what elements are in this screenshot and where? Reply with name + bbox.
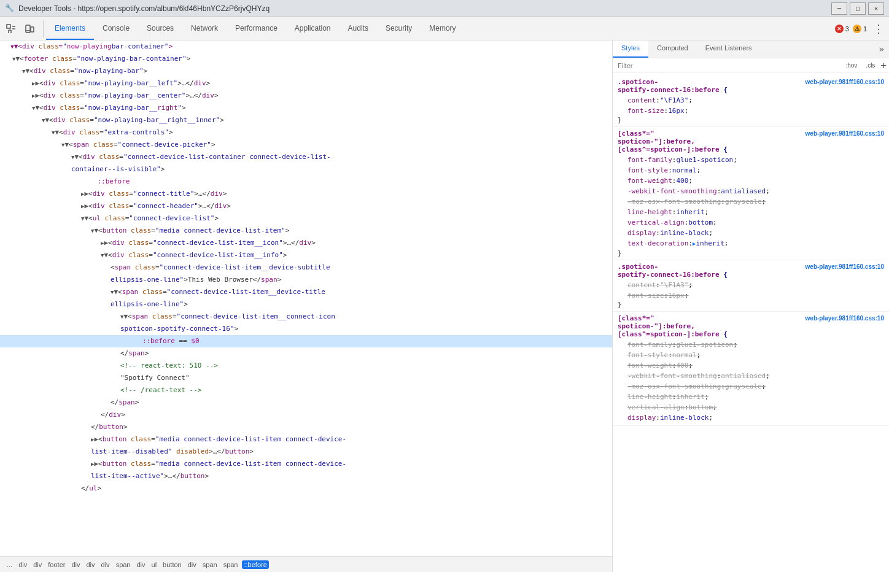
breadcrumb-item-div1[interactable]: div	[17, 560, 29, 569]
style-prop-strikethrough: font-style: normal;	[618, 350, 884, 360]
warning-number: 1	[863, 25, 867, 33]
svg-rect-6	[26, 25, 30, 33]
breadcrumb-item-div2[interactable]: div	[31, 560, 44, 569]
toolbar-left-icons	[2, 20, 44, 37]
breadcrumb-item-div5[interactable]: div	[99, 560, 112, 569]
dom-line: ▼<span class="connect-device-picker">	[0, 139, 612, 151]
device-toggle-button[interactable]	[21, 20, 38, 37]
error-count: ✕	[835, 25, 844, 33]
breadcrumb-item-footer[interactable]: footer	[46, 560, 67, 569]
style-prop-strikethrough: content: "\F1A3";	[618, 280, 884, 290]
breadcrumb-item-button[interactable]: button	[161, 560, 184, 569]
tab-security[interactable]: Security	[377, 17, 421, 40]
style-prop: font-weight: 400;	[618, 176, 884, 186]
warning-badge[interactable]: ⚠ 1	[853, 25, 867, 33]
dom-line: ▼<div class="now-playingbar-container">	[0, 41, 612, 53]
dom-line: ▼<span class="connect-device-list-item__…	[0, 286, 612, 298]
styles-panel: Styles Computed Event Listeners » :hov .…	[613, 41, 889, 572]
dom-line: ▶<div class="connect-device-list-item__i…	[0, 237, 612, 249]
style-selector-4: [class*="spoticon-"]:before,[class^=spot…	[618, 314, 884, 338]
breadcrumb-item[interactable]: ...	[5, 560, 14, 569]
style-prop-strikethrough: font-weight: 400;	[618, 360, 884, 371]
tab-elements[interactable]: Elements	[46, 17, 94, 40]
tab-application[interactable]: Application	[286, 17, 340, 40]
style-prop: text-decoration: ▶ inherit;	[618, 238, 884, 249]
style-rule-1: .spoticon-spotify-connect-16:before { we…	[613, 75, 889, 127]
filter-cls-button[interactable]: .cls	[863, 61, 878, 70]
dom-line: ▼<div class="now-playing-bar__right__inn…	[0, 114, 612, 126]
breadcrumb-item-before[interactable]: ::before	[242, 560, 268, 569]
dom-line: <!-- /react-text -->	[0, 384, 612, 397]
breadcrumb-item-ul[interactable]: ul	[150, 560, 159, 569]
tab-network[interactable]: Network	[182, 17, 227, 40]
inspect-element-button[interactable]	[2, 20, 20, 37]
style-prop-strikethrough: font-family: glue1-spoticon;	[618, 339, 884, 350]
titlebar-title: Developer Tools - https://open.spotify.c…	[18, 4, 831, 13]
filter-input[interactable]	[615, 61, 840, 71]
breadcrumb-item-div7[interactable]: div	[186, 560, 198, 569]
dom-tree[interactable]: ▼<div class="now-playingbar-container"> …	[0, 41, 612, 556]
style-prop-strikethrough: line-height: inherit;	[618, 392, 884, 402]
dom-line-selected: ::before == $0	[0, 335, 612, 347]
styles-content: .spoticon-spotify-connect-16:before { we…	[613, 73, 889, 572]
tab-styles[interactable]: Styles	[613, 41, 648, 58]
tab-bar: Elements Console Sources Network Perform…	[46, 17, 830, 40]
dom-line: list-item--disabled" disabled>…</button>	[0, 446, 612, 458]
tab-audits[interactable]: Audits	[340, 17, 377, 40]
style-prop: vertical-align: bottom;	[618, 217, 884, 228]
filter-add-button[interactable]: +	[880, 60, 887, 71]
breadcrumb-item-span3[interactable]: span	[222, 560, 240, 569]
style-prop-strikethrough: font-size: 16px;	[618, 290, 884, 301]
titlebar: 🔧 Developer Tools - https://open.spotify…	[0, 0, 889, 17]
style-prop: font-size: 16px;	[618, 106, 884, 116]
tab-memory[interactable]: Memory	[421, 17, 464, 40]
dom-line: "Spotify Connect"	[0, 372, 612, 384]
dom-line: </span>	[0, 347, 612, 360]
dom-panel: ▼<div class="now-playingbar-container"> …	[0, 41, 613, 572]
dom-line: ▼<div class="now-playing-bar">	[0, 65, 612, 77]
style-source-1[interactable]: web-player.981ff160.css:10	[806, 79, 884, 85]
style-prop-strikethrough: -moz-osx-font-smoothing: grayscale;	[618, 381, 884, 392]
style-prop: display: inline-block;	[618, 228, 884, 238]
dom-line: <!-- react-text: 510 -->	[0, 360, 612, 372]
dom-line: ▼<div class="connect-device-list-contain…	[0, 151, 612, 163]
tab-event-listeners[interactable]: Event Listeners	[697, 41, 761, 58]
maximize-button[interactable]: □	[850, 2, 866, 15]
dom-line: ▼<span class="connect-device-list-item__…	[0, 311, 612, 323]
dom-line: ▼<div class="now-playing-bar__right">	[0, 102, 612, 114]
styles-tabs: Styles Computed Event Listeners »	[613, 41, 889, 58]
window-controls[interactable]: ─ □ ✕	[831, 2, 884, 15]
style-prop: font-style: normal;	[618, 165, 884, 176]
close-button[interactable]: ✕	[868, 2, 884, 15]
breadcrumb-item-div3[interactable]: div	[69, 560, 82, 569]
devtools-icon: 🔧	[5, 4, 15, 14]
tab-computed[interactable]: Computed	[648, 41, 697, 58]
style-selector-1: .spoticon-spotify-connect-16:before { we…	[618, 78, 884, 94]
style-prop: display: inline-block;	[618, 412, 884, 423]
error-badge[interactable]: ✕ 3	[835, 25, 849, 33]
breadcrumb-item-div6[interactable]: div	[134, 560, 147, 569]
style-prop-strikethrough: vertical-align: bottom;	[618, 402, 884, 412]
tab-sources[interactable]: Sources	[138, 17, 182, 40]
style-rule-3: .spoticon-spotify-connect-16:before { we…	[613, 260, 889, 312]
dom-line: <span class="connect-device-list-item__d…	[0, 261, 612, 274]
tab-console[interactable]: Console	[94, 17, 138, 40]
styles-tabs-more[interactable]: »	[874, 41, 889, 58]
filter-hov-button[interactable]: :hov	[842, 61, 860, 70]
breadcrumb-item-span2[interactable]: span	[201, 560, 219, 569]
style-selector-2: [class*="spoticon-"]:before,[class^=spot…	[618, 130, 884, 153]
dom-line: ▼<footer class="now-playing-bar-containe…	[0, 53, 612, 65]
style-source-3[interactable]: web-player.981ff160.css:10	[806, 263, 884, 270]
breadcrumb-item-span1[interactable]: span	[114, 560, 133, 569]
dom-line: spoticon-spotify-connect-16">	[0, 323, 612, 335]
minimize-button[interactable]: ─	[831, 2, 847, 15]
style-source-4[interactable]: web-player.981ff160.css:10	[806, 315, 884, 322]
style-source-2[interactable]: web-player.981ff160.css:10	[806, 130, 884, 137]
tab-performance[interactable]: Performance	[227, 17, 286, 40]
dom-line: ▼<div class="extra-controls">	[0, 126, 612, 139]
toolbar: Elements Console Sources Network Perform…	[0, 17, 889, 41]
breadcrumb-item-div4[interactable]: div	[85, 560, 97, 569]
more-options-button[interactable]: ⋮	[871, 22, 887, 35]
breadcrumb-bar: ... div div footer div div div span div …	[0, 556, 612, 572]
dom-line: ▼<ul class="connect-device-list">	[0, 212, 612, 225]
